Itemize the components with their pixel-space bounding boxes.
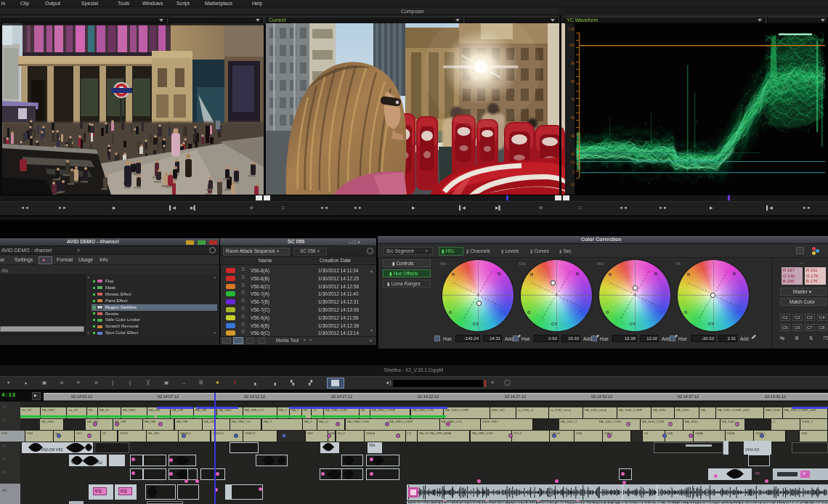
svg-text:100: 100 xyxy=(569,44,575,47)
svg-text:80: 80 xyxy=(571,80,575,84)
svg-text:40: 40 xyxy=(571,134,575,138)
svg-text:7.20: 7.20 xyxy=(568,28,575,31)
svg-text:60: 60 xyxy=(571,116,575,120)
svg-text:20: 20 xyxy=(571,153,575,156)
svg-text:-10: -10 xyxy=(569,183,575,187)
svg-text:70: 70 xyxy=(571,98,575,102)
svg-text:90: 90 xyxy=(571,62,575,65)
svg-text:7.5: 7.5 xyxy=(570,161,575,165)
